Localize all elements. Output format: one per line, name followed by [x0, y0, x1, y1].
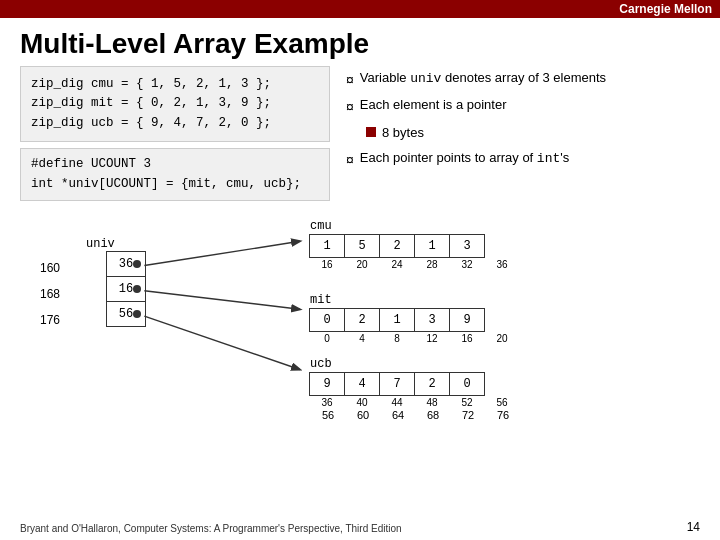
addr-176: 176: [40, 313, 60, 327]
addr-168: 168: [40, 287, 60, 301]
brand-label: Carnegie Mellon: [619, 2, 712, 16]
ucb-addr-3: 48: [414, 397, 450, 408]
ucb-addr-0: 36: [309, 397, 345, 408]
square-icon: [366, 127, 376, 137]
mit-array: mit 0 2 1 3 9 0 4 8 12 16 20: [310, 293, 520, 344]
ucb-addrs: 36 40 44 48 52 56: [310, 397, 520, 408]
bot-addr-5: 76: [485, 409, 521, 421]
code-line-3: zip_dig ucb = { 9, 4, 7, 2, 0 };: [31, 114, 319, 133]
cmu-cell-2: 2: [379, 234, 415, 258]
cmu-addr-2: 24: [379, 259, 415, 270]
cmu-cell-1: 5: [344, 234, 380, 258]
svg-line-2: [144, 316, 299, 369]
bullet-1: ¤ Variable univ denotes array of 3 eleme…: [346, 68, 700, 91]
bullet-1-text: Variable univ denotes array of 3 element…: [360, 68, 606, 90]
left-panel: zip_dig cmu = { 1, 5, 2, 1, 3 }; zip_dig…: [20, 66, 330, 201]
addr-160: 160: [40, 261, 60, 275]
bullet-2-text: Each element is a pointer: [360, 95, 507, 116]
ucb-cell-4: 0: [449, 372, 485, 396]
main-content: zip_dig cmu = { 1, 5, 2, 1, 3 }; zip_dig…: [0, 66, 720, 201]
univ-label: univ: [86, 237, 115, 251]
mit-addr-5: 20: [484, 333, 520, 344]
bullet-circle-1: ¤: [346, 69, 354, 91]
bullet-circle-3: ¤: [346, 149, 354, 171]
cmu-addr-1: 20: [344, 259, 380, 270]
bullet-2: ¤ Each element is a pointer: [346, 95, 700, 118]
bullet-3: ¤ Each pointer points to array of int's: [346, 148, 700, 171]
univ-cell-0: 36: [106, 251, 146, 277]
mit-cell-0: 0: [309, 308, 345, 332]
mit-addr-1: 4: [344, 333, 380, 344]
mit-cell-3: 3: [414, 308, 450, 332]
cmu-cell-0: 1: [309, 234, 345, 258]
ucb-array: ucb 9 4 7 2 0 36 40 44 48 52 56: [310, 357, 520, 408]
code-line-2: zip_dig mit = { 0, 2, 1, 3, 9 };: [31, 94, 319, 113]
cmu-addr-0: 16: [309, 259, 345, 270]
ucb-addr-2: 44: [379, 397, 415, 408]
code-line-4: #define UCOUNT 3: [31, 155, 319, 174]
cmu-cell-4: 3: [449, 234, 485, 258]
cmu-cell-3: 1: [414, 234, 450, 258]
code-line-5: int *univ[UCOUNT] = {mit, cmu, ucb};: [31, 175, 319, 194]
page-title: Multi-Level Array Example: [0, 18, 720, 66]
right-panel: ¤ Variable univ denotes array of 3 eleme…: [346, 66, 700, 201]
diagram-area: univ 160 168 176 36 16 56 cmu 1 5 2 1 3 …: [20, 209, 700, 429]
mit-cells: 0 2 1 3 9: [310, 308, 520, 332]
footer-citation: Bryant and O'Hallaron, Computer Systems:…: [20, 523, 402, 534]
cmu-label: cmu: [310, 219, 520, 233]
bullet-3-text: Each pointer points to array of int's: [360, 148, 569, 170]
ucb-cell-1: 4: [344, 372, 380, 396]
ucb-label: ucb: [310, 357, 520, 371]
sub-bullet-1: 8 bytes: [366, 123, 700, 144]
mit-label: mit: [310, 293, 520, 307]
univ-cell-1: 16: [106, 276, 146, 302]
bot-addr-3: 68: [415, 409, 451, 421]
bottom-addr-row: 56 60 64 68 72 76: [310, 409, 521, 421]
mit-addrs: 0 4 8 12 16 20: [310, 333, 520, 344]
cmu-addr-4: 32: [449, 259, 485, 270]
cmu-addrs: 16 20 24 28 32 36: [310, 259, 520, 270]
mit-addr-0: 0: [309, 333, 345, 344]
ucb-cell-2: 7: [379, 372, 415, 396]
bot-addr-4: 72: [450, 409, 486, 421]
cmu-addr-3: 28: [414, 259, 450, 270]
header-bar: Carnegie Mellon: [0, 0, 720, 18]
univ-table: 36 16 56: [106, 251, 146, 327]
mit-cell-2: 1: [379, 308, 415, 332]
page-number: 14: [687, 520, 700, 534]
univ-cell-2: 56: [106, 301, 146, 327]
mit-addr-4: 16: [449, 333, 485, 344]
svg-line-0: [144, 241, 299, 265]
ucb-cell-0: 9: [309, 372, 345, 396]
svg-line-1: [144, 291, 299, 309]
code-block-2: #define UCOUNT 3 int *univ[UCOUNT] = {mi…: [20, 148, 330, 201]
ucb-addr-5: 56: [484, 397, 520, 408]
mit-addr-3: 12: [414, 333, 450, 344]
mit-addr-2: 8: [379, 333, 415, 344]
code-line-1: zip_dig cmu = { 1, 5, 2, 1, 3 };: [31, 75, 319, 94]
ucb-cells: 9 4 7 2 0: [310, 372, 520, 396]
mit-cell-1: 2: [344, 308, 380, 332]
code-block-1: zip_dig cmu = { 1, 5, 2, 1, 3 }; zip_dig…: [20, 66, 330, 142]
cmu-addr-5: 36: [484, 259, 520, 270]
cmu-array: cmu 1 5 2 1 3 16 20 24 28 32 36: [310, 219, 520, 270]
ucb-cell-3: 2: [414, 372, 450, 396]
ucb-addr-1: 40: [344, 397, 380, 408]
ucb-addr-4: 52: [449, 397, 485, 408]
bullet-circle-2: ¤: [346, 96, 354, 118]
sub-bullet-text: 8 bytes: [382, 123, 424, 144]
cmu-cells: 1 5 2 1 3: [310, 234, 520, 258]
bot-addr-1: 60: [345, 409, 381, 421]
mit-cell-4: 9: [449, 308, 485, 332]
bot-addr-2: 64: [380, 409, 416, 421]
bot-addr-0: 56: [310, 409, 346, 421]
